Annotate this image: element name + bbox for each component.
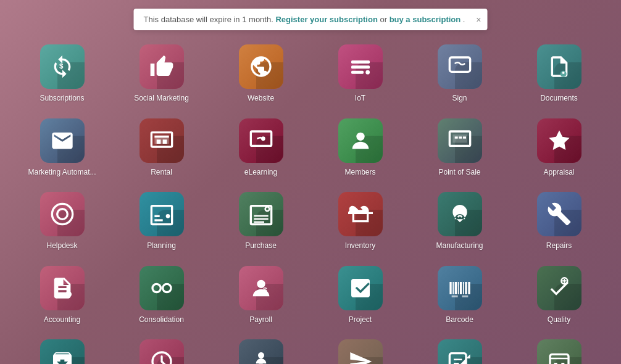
app-icon-repairs	[537, 192, 581, 236]
app-label-helpdesk: Helpdesk	[46, 241, 77, 251]
app-label-accounting: Accounting	[44, 315, 80, 325]
app-icon-payroll: $	[239, 266, 283, 310]
app-item-appraisal[interactable]: Appraisal	[509, 111, 609, 185]
app-label-elearning: eLearning	[244, 168, 277, 178]
app-label-inventory: Inventory	[345, 241, 375, 251]
register-subscription-link[interactable]: Register your subscription	[275, 15, 377, 24]
svg-point-19	[57, 209, 67, 220]
app-item-subscriptions[interactable]: $Subscriptions	[12, 37, 112, 111]
svg-point-7	[65, 144, 70, 148]
app-item-helpdesk[interactable]: Helpdesk	[12, 184, 112, 259]
app-item-rental[interactable]: Rental	[112, 111, 211, 185]
app-item-marketing-automation[interactable]: Marketing Automat...	[12, 111, 112, 185]
app-item-row2-3[interactable]	[211, 332, 310, 364]
svg-point-36	[258, 352, 264, 358]
app-label-payroll: Payroll	[249, 315, 272, 325]
app-icon-project	[338, 266, 383, 310]
notification-end: .	[463, 15, 465, 24]
app-label-sign: Sign	[452, 94, 467, 104]
app-item-row2-6[interactable]	[509, 332, 609, 364]
app-label-website: Website	[248, 94, 274, 104]
notification-text: This database will expire in 1 month.	[144, 15, 273, 24]
app-icon-planning	[140, 192, 184, 236]
app-icon-members	[338, 118, 383, 163]
app-icon-iot	[338, 44, 383, 89]
app-label-manufacturing: Manufacturing	[436, 241, 483, 251]
app-icon-sign	[438, 44, 482, 89]
app-item-quality[interactable]: Quality	[509, 259, 609, 333]
svg-rect-3	[351, 71, 364, 74]
app-label-iot: IoT	[355, 94, 365, 104]
app-item-purchase[interactable]: Purchase	[211, 184, 310, 259]
app-icon-accounting	[40, 266, 85, 310]
svg-rect-15	[454, 136, 457, 138]
app-label-appraisal: Appraisal	[543, 168, 574, 178]
app-item-iot[interactable]: IoT	[310, 37, 410, 111]
app-icon-marketing-automation	[40, 118, 85, 163]
app-item-row2-4[interactable]	[310, 332, 410, 364]
app-label-social-marketing: Social Marketing	[134, 94, 189, 104]
app-icon-purchase	[239, 192, 283, 236]
svg-point-28	[265, 207, 269, 212]
app-icon-row2-6	[537, 339, 581, 364]
app-label-consolidation: Consolidation	[139, 315, 184, 325]
app-icon-row2-2	[140, 339, 184, 364]
app-icon-row2-3	[239, 339, 283, 364]
app-label-repairs: Repairs	[546, 241, 572, 251]
app-item-accounting[interactable]: Accounting	[12, 259, 112, 333]
app-label-rental: Rental	[151, 168, 172, 178]
app-item-project[interactable]: Project	[310, 259, 410, 333]
app-icon-point-of-sale	[438, 118, 482, 163]
apps-grid: $SubscriptionsSocial MarketingWebsiteIoT…	[0, 6, 621, 364]
app-item-planning[interactable]: Planning	[112, 184, 211, 259]
svg-point-4	[365, 70, 370, 75]
svg-rect-21	[154, 215, 159, 217]
svg-rect-26	[254, 218, 268, 220]
svg-point-22	[165, 214, 170, 218]
app-item-consolidation[interactable]: Consolidation	[112, 259, 211, 333]
app-label-marketing-automation: Marketing Automat...	[28, 168, 96, 178]
app-item-website[interactable]: Website	[211, 37, 310, 111]
svg-text:$: $	[59, 62, 64, 70]
svg-rect-27	[254, 221, 264, 223]
app-item-inventory[interactable]: Inventory	[310, 184, 410, 259]
svg-rect-25	[254, 215, 268, 217]
app-item-point-of-sale[interactable]: Point of Sale	[410, 111, 509, 185]
buy-subscription-link[interactable]: buy a subscription	[390, 15, 461, 24]
app-item-manufacturing[interactable]: Manufacturing	[410, 184, 509, 259]
svg-point-6	[560, 71, 566, 77]
app-icon-social-marketing	[140, 44, 184, 89]
app-label-members: Members	[344, 168, 375, 178]
app-icon-row2-5	[438, 339, 482, 364]
app-item-documents[interactable]: Documents	[509, 37, 609, 111]
app-item-row2-2[interactable]	[112, 332, 211, 364]
app-icon-manufacturing	[438, 192, 482, 236]
svg-text:$: $	[263, 285, 267, 293]
app-item-repairs[interactable]: Repairs	[509, 184, 609, 259]
svg-point-30	[152, 284, 160, 292]
app-item-row2-1[interactable]	[12, 332, 112, 364]
app-label-quality: Quality	[548, 315, 570, 325]
app-item-members[interactable]: Members	[310, 111, 410, 185]
app-icon-quality	[537, 266, 581, 310]
notification-close-button[interactable]: ×	[476, 15, 481, 24]
app-item-row2-5[interactable]	[410, 332, 509, 364]
app-icon-subscriptions: $	[40, 44, 85, 89]
app-label-documents: Documents	[540, 94, 578, 104]
svg-point-31	[162, 284, 170, 292]
app-item-barcode[interactable]: Barcode	[410, 259, 509, 333]
svg-rect-17	[463, 136, 466, 138]
app-label-planning: Planning	[147, 241, 176, 251]
app-icon-documents	[537, 44, 581, 89]
app-item-social-marketing[interactable]: Social Marketing	[112, 37, 211, 111]
app-item-payroll[interactable]: $Payroll	[211, 259, 310, 333]
app-item-sign[interactable]: Sign	[410, 37, 509, 111]
app-item-elearning[interactable]: eLearning	[211, 111, 310, 185]
svg-point-12	[356, 132, 364, 140]
app-icon-barcode	[438, 266, 482, 310]
app-icon-inventory	[338, 192, 383, 236]
svg-point-18	[52, 204, 72, 225]
app-label-subscriptions: Subscriptions	[40, 94, 84, 104]
app-icon-consolidation	[140, 266, 184, 310]
app-label-purchase: Purchase	[245, 241, 277, 251]
